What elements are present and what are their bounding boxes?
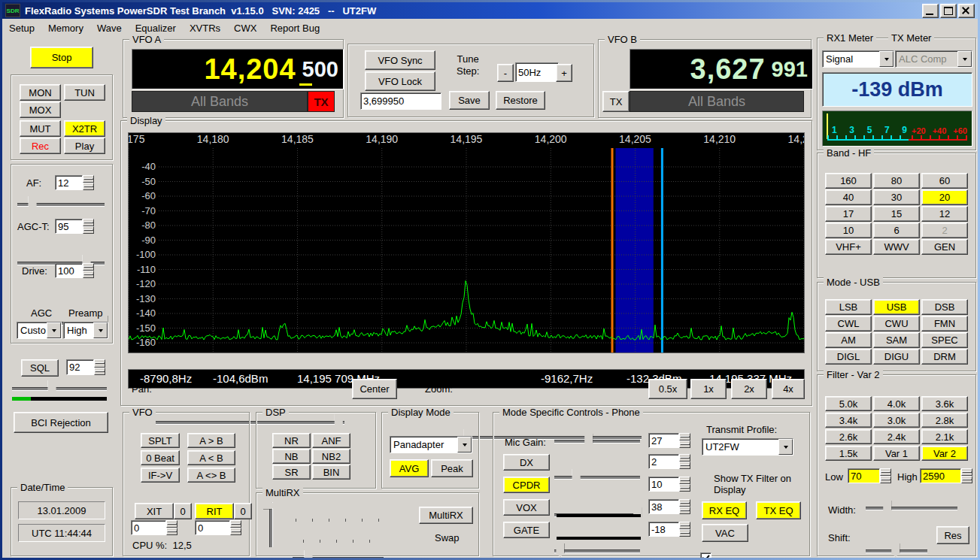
filter-button-5.0k[interactable]: 5.0k [825,396,872,411]
vfo-op-button-ifv[interactable]: IF->V [141,468,180,483]
dx-slider[interactable] [553,469,642,484]
mode-button-am[interactable]: AM [825,332,872,348]
band-button-6[interactable]: 6 [873,222,920,238]
filter-button-2.4k[interactable]: 2.4k [873,429,920,444]
af-slider-thumb[interactable] [29,196,37,211]
band-button-20[interactable]: 20 [921,189,968,205]
mode-button-sam[interactable]: SAM [873,332,920,348]
agct-spinner[interactable]: 95 [55,219,94,234]
mic-gain-slider[interactable] [553,433,642,448]
xit-button[interactable]: XIT [135,503,174,519]
vfo-sync-button[interactable]: VFO Sync [365,50,435,70]
sql-spinner[interactable]: 92 [66,359,105,375]
af-spinner[interactable]: 12 [55,175,94,190]
filter-button-2.8k[interactable]: 2.8k [921,413,968,428]
zoom-preset-4x-button[interactable]: 4x [772,379,805,399]
filter-high-spinner[interactable]: 2590 [920,468,972,483]
filter-button-2.6k[interactable]: 2.6k [825,429,872,444]
multirx-pan-left-thumb[interactable] [262,501,276,509]
vfo-a-tx-indicator[interactable]: TX [308,91,335,112]
mode-button-spec[interactable]: SPEC [921,332,968,348]
spectrum-display[interactable]: 14,17514,18014,18514,19014,19514,20014,2… [128,132,805,353]
minimize-button[interactable] [922,4,939,18]
mode-button-fmn[interactable]: FMN [921,316,968,331]
vfo-b-entry-field[interactable]: 3,699950 [360,92,441,110]
vox-spinner[interactable]: 38 [648,499,690,514]
tune-step-field[interactable]: 50Hz [515,62,559,82]
cpdr-button[interactable]: CPDR [503,477,550,493]
band-button-gen[interactable]: GEN [921,239,968,255]
mon-button[interactable]: MON [20,84,61,101]
zoom-preset-05x-button[interactable]: 0.5x [648,379,687,399]
rec-button[interactable]: Rec [20,138,61,154]
dx-button[interactable]: DX [503,454,550,471]
dsp-button-nb2[interactable]: NB2 [312,449,350,464]
rx1-meter-combo[interactable]: Signal [822,50,894,68]
maximize-button[interactable] [940,4,957,18]
dx-thumb[interactable] [572,469,581,484]
vfo-op-button-ab[interactable]: A <> B [187,468,235,483]
mode-button-cwl[interactable]: CWL [825,316,872,331]
preamp-combo[interactable]: High [63,322,108,339]
af-down-icon[interactable] [83,183,94,190]
vfo-b-tx-button[interactable]: TX [602,91,630,112]
xit-zero-button[interactable]: 0 [174,503,192,519]
filter-button-3.4k[interactable]: 3.4k [825,413,872,428]
multirx-pan-thumb[interactable] [305,550,313,560]
vfo-b-sub-digits[interactable]: 991 [772,57,808,82]
mode-button-digl[interactable]: DIGL [825,349,872,365]
title-bar[interactable]: SDR FlexRadio Systems PowerSDR Test Bran… [2,2,978,19]
multirx-button[interactable]: MultiRX [419,507,473,524]
multirx-pan-slider[interactable] [291,550,385,560]
multirx-pan-left-slider[interactable] [262,501,278,549]
dsp-button-nb[interactable]: NB [272,449,311,464]
mode-button-cwu[interactable]: CWU [873,316,920,331]
menu-item-report-bug[interactable]: Report Bug [263,20,326,36]
band-button-40[interactable]: 40 [825,189,872,205]
vfo-op-button-ab[interactable]: A > B [187,433,235,448]
cpdr-spinner[interactable]: 10 [648,477,690,492]
dx-spinner[interactable]: 2 [648,454,690,469]
show-tx-filter-checkbox[interactable] [700,552,711,560]
mic-gain-spinner[interactable]: 27 [648,433,690,448]
avg-button[interactable]: AVG [390,459,429,477]
vac-button[interactable]: VAC [702,524,748,542]
zoom-preset-2x-button[interactable]: 2x [731,379,767,399]
menu-item-xvtrs[interactable]: XVTRs [183,20,227,36]
filter-button-2.1k[interactable]: 2.1k [921,429,968,444]
tx-eq-button[interactable]: TX EQ [756,501,801,519]
filter-low-spinner[interactable]: 70 [848,468,891,483]
filter-width-thumb[interactable] [883,500,891,515]
stop-button[interactable]: Stop [30,47,93,68]
zoom-preset-1x-button[interactable]: 1x [690,379,727,399]
mode-button-lsb[interactable]: LSB [825,299,872,315]
drive-spinner[interactable]: 100 [55,263,94,278]
center-button[interactable]: Center [352,379,397,399]
tune-step-plus-button[interactable]: + [556,64,572,82]
rit-spinner[interactable]: 0 [195,520,241,535]
sql-slider-thumb[interactable] [48,380,56,395]
vfo-b-frequency-display[interactable]: 3,627 991 [630,49,813,89]
vfo-op-button-ab[interactable]: A < B [187,450,235,465]
vfo-a-main-digits[interactable]: 14,204 [204,53,296,86]
band-button-30[interactable]: 30 [873,189,920,205]
dsp-button-anf[interactable]: ANF [312,433,350,448]
filter-button-var2[interactable]: Var 2 [921,446,968,461]
vfo-a-frequency-display[interactable]: 14,204 500 [132,49,344,89]
band-button-vhf+[interactable]: VHF+ [825,239,872,255]
dsp-button-bin[interactable]: BIN [312,465,350,480]
filter-shift-thumb[interactable] [891,543,900,558]
filter-button-4.0k[interactable]: 4.0k [873,396,920,411]
rx-eq-button[interactable]: RX EQ [702,501,747,519]
gate-button[interactable]: GATE [503,522,550,538]
mode-button-dsb[interactable]: DSB [921,299,968,315]
mode-button-usb[interactable]: USB [873,299,920,315]
af-slider[interactable] [16,196,106,211]
filter-button-3.0k[interactable]: 3.0k [873,413,920,428]
bci-rejection-button[interactable]: BCI Rejection [14,412,108,433]
xit-spinner[interactable]: 0 [131,520,177,535]
filter-shift-slider[interactable] [864,543,929,558]
vfo-op-button-0beat[interactable]: 0 Beat [141,450,180,465]
dsp-button-nr[interactable]: NR [272,433,311,448]
close-button[interactable] [958,4,975,18]
